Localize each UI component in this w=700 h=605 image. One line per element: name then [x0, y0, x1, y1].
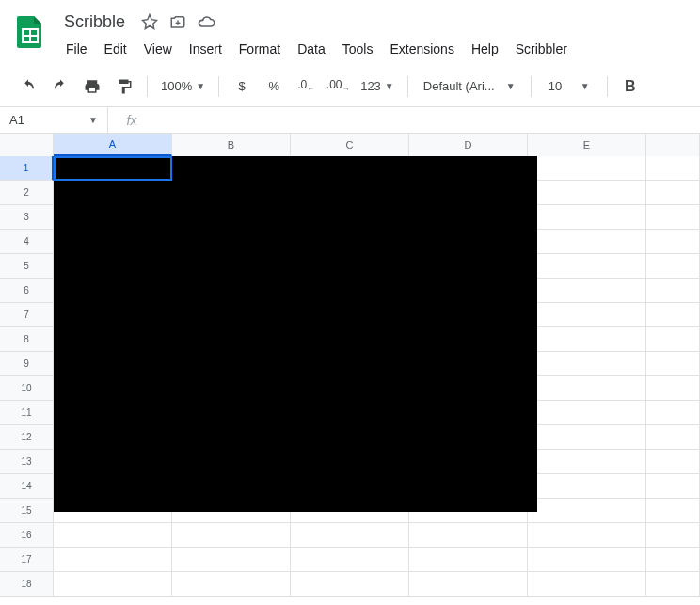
cell[interactable] — [172, 523, 291, 548]
cell[interactable] — [646, 352, 700, 376]
cell[interactable] — [291, 523, 409, 548]
cell[interactable] — [646, 401, 700, 425]
menu-item-view[interactable]: View — [136, 38, 180, 60]
sheets-logo[interactable] — [11, 8, 49, 55]
menu-item-help[interactable]: Help — [464, 38, 506, 60]
cell[interactable] — [646, 523, 700, 548]
menu-item-file[interactable]: File — [58, 38, 95, 60]
print-button[interactable] — [79, 73, 105, 100]
row-header[interactable]: 9 — [0, 352, 54, 376]
cell[interactable] — [528, 303, 646, 327]
cell[interactable] — [528, 499, 646, 523]
cell[interactable] — [646, 156, 700, 181]
cell[interactable] — [528, 376, 646, 401]
cell[interactable] — [54, 523, 172, 548]
cell[interactable] — [409, 572, 528, 597]
font-family-dropdown[interactable]: Default (Ari... ▼ — [418, 79, 521, 93]
row-header[interactable]: 17 — [0, 548, 54, 572]
cell[interactable] — [646, 327, 700, 352]
menu-item-edit[interactable]: Edit — [97, 38, 135, 60]
select-all-corner[interactable] — [0, 134, 54, 156]
undo-button[interactable] — [15, 73, 41, 100]
star-icon[interactable] — [140, 12, 159, 31]
font-size-dropdown[interactable]: 10 ▼ — [541, 79, 597, 93]
redo-button[interactable] — [47, 73, 73, 100]
document-title[interactable]: Scribble — [58, 10, 131, 34]
cell[interactable] — [528, 279, 646, 303]
row-header[interactable]: 4 — [0, 230, 54, 254]
zoom-dropdown[interactable]: 100% ▼ — [157, 79, 209, 93]
menu-item-tools[interactable]: Tools — [335, 38, 381, 60]
cell[interactable] — [528, 572, 646, 597]
cloud-status-icon[interactable] — [197, 12, 215, 31]
cell[interactable] — [646, 254, 700, 279]
cell[interactable] — [528, 401, 646, 425]
column-header[interactable]: A — [54, 134, 172, 156]
cell[interactable] — [528, 230, 646, 254]
menu-item-data[interactable]: Data — [290, 38, 333, 60]
row-header[interactable]: 18 — [0, 572, 54, 597]
row-header[interactable]: 13 — [0, 450, 54, 474]
name-box[interactable]: A1 ▼ — [0, 107, 108, 133]
row-header[interactable]: 12 — [0, 425, 54, 450]
menu-item-extensions[interactable]: Extensions — [382, 38, 461, 60]
cell[interactable] — [409, 523, 528, 548]
row-header[interactable]: 11 — [0, 401, 54, 425]
cell[interactable] — [646, 474, 700, 499]
cell[interactable] — [528, 156, 646, 181]
move-icon[interactable] — [168, 12, 187, 31]
cell[interactable] — [646, 572, 700, 597]
cell[interactable] — [528, 474, 646, 499]
increase-decimal-button[interactable]: .00→ — [325, 73, 351, 100]
cell[interactable] — [646, 425, 700, 450]
column-header[interactable]: D — [409, 134, 528, 156]
cell[interactable] — [528, 450, 646, 474]
paint-format-button[interactable] — [111, 73, 137, 100]
row-header[interactable]: 14 — [0, 474, 54, 499]
row-header[interactable]: 7 — [0, 303, 54, 327]
row-header[interactable]: 8 — [0, 327, 54, 352]
cell[interactable] — [646, 303, 700, 327]
cell[interactable] — [291, 572, 409, 597]
row-header[interactable]: 1 — [0, 156, 54, 181]
cell[interactable] — [291, 548, 409, 572]
cell[interactable] — [646, 205, 700, 230]
cell[interactable] — [172, 572, 291, 597]
column-header[interactable]: E — [528, 134, 646, 156]
cell[interactable] — [646, 548, 700, 572]
cell[interactable] — [528, 425, 646, 450]
cell[interactable] — [528, 352, 646, 376]
cell[interactable] — [528, 205, 646, 230]
menu-item-scribbler[interactable]: Scribbler — [508, 38, 575, 60]
cell[interactable] — [54, 548, 172, 572]
row-header[interactable]: 15 — [0, 499, 54, 523]
cell[interactable] — [528, 523, 646, 548]
row-header[interactable]: 6 — [0, 279, 54, 303]
cell[interactable] — [528, 181, 646, 205]
cell[interactable] — [528, 254, 646, 279]
cell[interactable] — [528, 548, 646, 572]
decrease-decimal-button[interactable]: .0← — [293, 73, 319, 100]
cell[interactable] — [528, 327, 646, 352]
row-header[interactable]: 3 — [0, 205, 54, 230]
format-123-dropdown[interactable]: 123 ▼ — [357, 79, 398, 93]
row-header[interactable]: 2 — [0, 181, 54, 205]
bold-button[interactable]: B — [617, 73, 644, 100]
column-header[interactable]: B — [172, 134, 291, 156]
percent-button[interactable]: % — [261, 73, 287, 100]
row-header[interactable]: 5 — [0, 254, 54, 279]
cell[interactable] — [646, 499, 700, 523]
cell[interactable] — [172, 548, 291, 572]
row-header[interactable]: 16 — [0, 523, 54, 548]
menu-item-insert[interactable]: Insert — [182, 38, 230, 60]
column-header[interactable]: C — [291, 134, 409, 156]
formula-input[interactable] — [155, 107, 700, 133]
cell[interactable] — [646, 450, 700, 474]
cell[interactable] — [409, 548, 528, 572]
cell[interactable] — [646, 181, 700, 205]
cell[interactable] — [646, 279, 700, 303]
row-header[interactable]: 10 — [0, 376, 54, 401]
menu-item-format[interactable]: Format — [231, 38, 288, 60]
cell[interactable] — [646, 230, 700, 254]
cell[interactable] — [54, 572, 172, 597]
